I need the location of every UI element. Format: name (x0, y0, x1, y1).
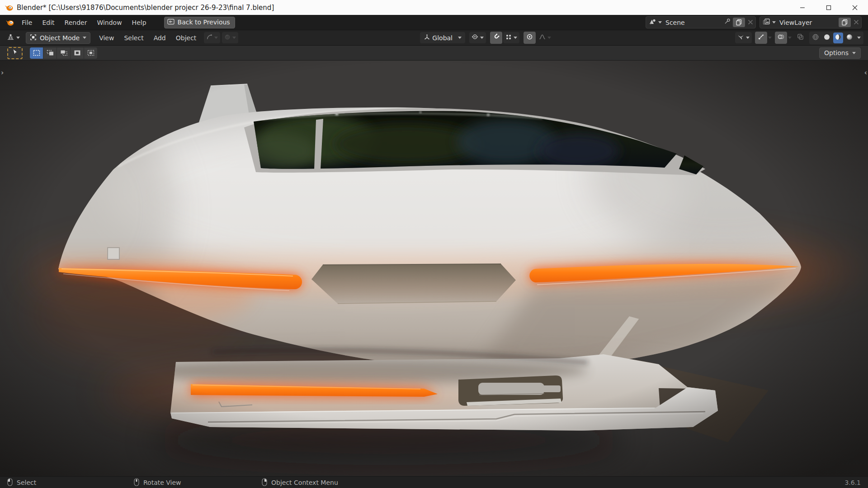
select-intersect-icon (87, 50, 94, 56)
new-viewlayer-button[interactable] (839, 18, 851, 27)
select-mode-set[interactable] (30, 47, 43, 59)
chevron-down-icon[interactable] (857, 37, 861, 39)
header-extra-dropdown-1[interactable] (204, 32, 220, 43)
select-mode-group (30, 47, 97, 59)
chevron-down-icon (658, 21, 662, 23)
menu-window[interactable]: Window (92, 17, 127, 28)
maximize-button[interactable] (816, 0, 842, 15)
overlays-icon (778, 33, 784, 42)
chevron-down-icon (214, 37, 218, 39)
left-mouse-icon (7, 478, 13, 488)
material-sphere-icon (835, 33, 842, 42)
viewport-editor-icon (7, 33, 14, 42)
menu-object[interactable]: Object (171, 33, 202, 43)
pivot-point-dropdown[interactable] (469, 32, 486, 43)
window-controls (789, 0, 868, 15)
select-mode-extend[interactable] (43, 47, 57, 59)
wireframe-sphere-icon (812, 33, 819, 42)
select-mode-subtract[interactable] (57, 47, 70, 59)
topbar: File Edit Render Window Help Back to Pre… (0, 15, 868, 30)
shading-wireframe-button[interactable] (811, 33, 821, 43)
viewlayer-icon (763, 18, 770, 27)
status-rotate-view: Rotate View (134, 477, 181, 488)
viewlayer-selector[interactable]: ViewLayer (760, 16, 862, 28)
menu-help[interactable]: Help (127, 17, 151, 28)
header-extra-dropdown-2[interactable] (222, 32, 238, 43)
status-context-menu: Object Context Menu (262, 477, 338, 488)
proportional-falloff-dropdown[interactable] (537, 32, 553, 43)
editor-type-dropdown[interactable] (5, 32, 22, 44)
snap-with-dropdown[interactable] (503, 32, 519, 43)
chevron-down-icon (458, 37, 462, 39)
cursor-tool-icon (11, 48, 19, 57)
select-set-icon (33, 50, 40, 56)
scene-selector[interactable]: Scene (646, 16, 756, 28)
status-bar: Select Rotate View Object Context Menu 3… (0, 476, 868, 488)
select-extend-icon (47, 50, 54, 56)
scene-name[interactable]: Scene (662, 19, 724, 26)
tool-settings-bar: Options (0, 46, 868, 61)
menu-edit[interactable]: Edit (37, 17, 59, 28)
status-select: Select (7, 477, 36, 488)
toggle-xray-button[interactable] (795, 32, 806, 43)
shading-material-preview-button[interactable] (833, 33, 843, 43)
chevron-down-icon (547, 37, 551, 39)
scene-icon (649, 18, 656, 27)
show-gizmo-toggle[interactable] (755, 32, 767, 44)
pin-icon[interactable] (724, 18, 731, 27)
chevron-down-icon (772, 21, 776, 23)
close-button[interactable] (842, 0, 868, 15)
proportional-editing-icon (526, 33, 533, 42)
minimize-button[interactable] (789, 0, 816, 15)
show-overlays-toggle[interactable] (775, 32, 787, 44)
chevron-down-icon (746, 37, 750, 39)
snap-toggle[interactable] (490, 32, 502, 44)
falloff-curve-icon (539, 33, 546, 42)
window-title: Blender* [C:\Users\91876\Documents\blend… (17, 4, 274, 12)
active-tool-select-box[interactable] (7, 47, 23, 59)
viewport-3d[interactable]: › ‹ (0, 61, 868, 476)
arc-falloff-icon (206, 33, 212, 42)
menu-add[interactable]: Add (149, 33, 171, 43)
snap-grid-icon (505, 33, 512, 42)
proportional-editing-toggle[interactable] (524, 32, 536, 44)
pivot-point-icon (472, 33, 478, 42)
back-to-previous-button[interactable]: Back to Previous (164, 17, 235, 28)
blender-logo-icon[interactable] (5, 19, 14, 26)
chevron-down-icon[interactable] (768, 37, 772, 39)
select-mode-intersect[interactable] (84, 47, 97, 59)
viewport-canvas[interactable] (0, 61, 868, 476)
middle-mouse-icon (134, 478, 139, 488)
select-mode-invert[interactable] (71, 47, 84, 59)
viewport-header: Object Mode View Select Add Object Globa… (0, 30, 868, 46)
blender-version: 3.6.1 (844, 477, 861, 488)
menu-render[interactable]: Render (60, 17, 92, 28)
chevron-down-icon[interactable] (788, 37, 792, 39)
unlink-scene-icon[interactable] (748, 18, 753, 27)
chevron-down-icon (514, 37, 517, 39)
cursor-visibility-icon (737, 33, 744, 42)
options-dropdown[interactable]: Options (819, 47, 861, 59)
menu-file[interactable]: File (17, 17, 37, 28)
chevron-down-icon (232, 37, 236, 39)
shading-rendered-button[interactable] (844, 33, 854, 43)
shading-solid-button[interactable] (822, 33, 832, 43)
magnet-icon (493, 33, 500, 42)
right-mouse-icon (262, 478, 267, 488)
chevron-down-icon (852, 52, 856, 54)
toolbar-expand-chevron[interactable]: › (1, 69, 4, 77)
object-mode-icon (30, 34, 37, 42)
object-type-visibility-dropdown[interactable] (735, 32, 752, 43)
new-scene-button[interactable] (733, 18, 745, 27)
viewlayer-name[interactable]: ViewLayer (776, 19, 836, 26)
blender-logo-icon (5, 4, 13, 11)
remove-viewlayer-icon[interactable] (854, 18, 859, 27)
menu-select[interactable]: Select (119, 33, 148, 43)
sidebar-expand-chevron[interactable]: ‹ (864, 69, 867, 77)
solid-sphere-icon (823, 33, 830, 42)
menu-view[interactable]: View (94, 33, 119, 43)
chevron-down-icon (480, 37, 484, 39)
rendered-sphere-icon (846, 33, 853, 42)
mode-dropdown[interactable]: Object Mode (26, 32, 90, 44)
transform-orientation-dropdown[interactable]: Global (420, 32, 465, 43)
